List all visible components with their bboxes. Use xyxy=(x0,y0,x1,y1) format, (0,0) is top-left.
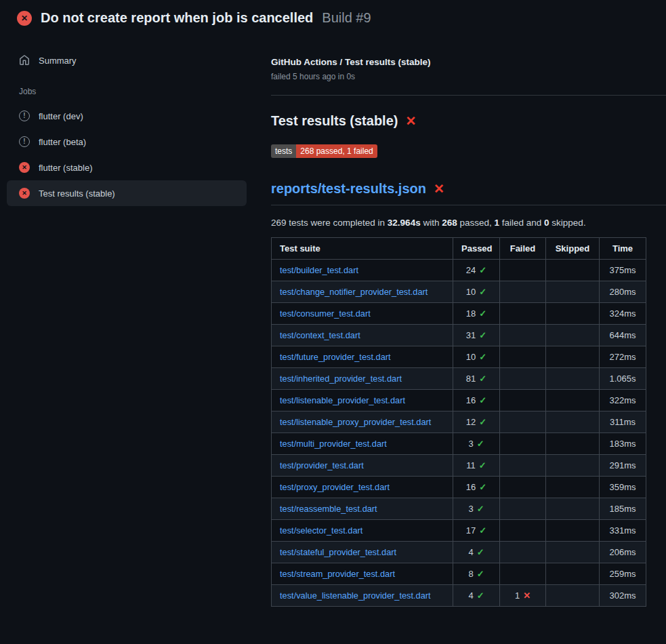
failed-cell xyxy=(500,303,546,325)
test-suite-link[interactable]: test/context_test.dart xyxy=(280,330,360,340)
check-icon: ✓ xyxy=(479,460,486,470)
failed-cell: 1✕ xyxy=(500,585,546,607)
main-panel: GitHub Actions / Test results (stable) f… xyxy=(257,34,666,607)
failed-x-icon: ✕ xyxy=(405,115,416,127)
suite-cell: test/change_notifier_provider_test.dart xyxy=(272,281,453,303)
failed-cell xyxy=(500,455,546,477)
home-icon xyxy=(19,55,30,66)
failed-cell xyxy=(500,260,546,281)
test-suite-link[interactable]: test/builder_test.dart xyxy=(280,265,358,275)
test-suite-link[interactable]: test/multi_provider_test.dart xyxy=(280,439,387,449)
suite-cell: test/stateful_provider_test.dart xyxy=(272,542,453,563)
summary-line: 269 tests were completed in 32.964s with… xyxy=(271,218,666,228)
test-suite-link[interactable]: test/future_provider_test.dart xyxy=(280,352,391,362)
test-suite-link[interactable]: test/selector_test.dart xyxy=(280,525,362,536)
check-icon: ✓ xyxy=(479,308,486,319)
report-title-link[interactable]: reports/test-results.json xyxy=(271,181,426,197)
table-row: test/listenable_provider_test.dart16✓322… xyxy=(272,390,646,411)
count: 3 xyxy=(468,504,473,514)
time-cell: 280ms xyxy=(600,281,646,303)
count: 24 xyxy=(466,265,476,275)
passed-cell: 11✓ xyxy=(453,455,500,477)
sidebar-item-label: flutter (stable) xyxy=(39,163,92,173)
section-title: Test results (stable) ✕ xyxy=(271,113,666,129)
badge-label: tests xyxy=(271,144,296,158)
table-body: test/builder_test.dart24✓375mstest/chang… xyxy=(272,260,646,607)
skipped-cell xyxy=(546,368,600,390)
skipped-cell xyxy=(546,411,600,433)
passed-cell: 3✓ xyxy=(453,498,500,520)
sidebar-summary-label: Summary xyxy=(39,56,77,66)
test-suite-link[interactable]: test/proxy_provider_test.dart xyxy=(280,482,390,492)
sidebar: Summary Jobs !flutter (dev)!flutter (bet… xyxy=(0,34,257,206)
divider xyxy=(271,95,666,96)
passed-cell: 16✓ xyxy=(453,477,500,498)
count: 4 xyxy=(468,547,473,557)
test-suite-link[interactable]: test/listenable_proxy_provider_test.dart xyxy=(280,417,431,427)
column-header-time: Time xyxy=(600,238,646,260)
suite-cell: test/stream_provider_test.dart xyxy=(272,563,453,585)
check-icon: ✓ xyxy=(479,287,486,297)
table-row: test/change_notifier_provider_test.dart1… xyxy=(272,281,646,303)
skipped-cell xyxy=(546,563,600,585)
passed-cell: 3✓ xyxy=(453,433,500,455)
test-suite-link[interactable]: test/reassemble_test.dart xyxy=(280,504,377,514)
run-status-line: failed 5 hours ago in 0s xyxy=(271,72,666,81)
report-heading: reports/test-results.json ✕ xyxy=(271,181,666,205)
column-header-test-suite: Test suite xyxy=(272,238,453,260)
test-suite-link[interactable]: test/consumer_test.dart xyxy=(280,308,371,319)
test-suite-link[interactable]: test/provider_test.dart xyxy=(280,460,364,470)
time-cell: 272ms xyxy=(600,346,646,368)
table-row: test/proxy_provider_test.dart16✓359ms xyxy=(272,477,646,498)
tests-badge: tests 268 passed, 1 failed xyxy=(271,144,377,158)
summary-segment: failed and xyxy=(499,218,544,228)
results-table: Test suitePassedFailedSkippedTime test/b… xyxy=(271,237,646,607)
passed-cell: 31✓ xyxy=(453,325,500,346)
time-cell: 311ms xyxy=(600,411,646,433)
check-icon: ✓ xyxy=(477,439,484,449)
build-number: Build #9 xyxy=(322,10,371,26)
check-icon: ✓ xyxy=(479,374,486,384)
sidebar-item-flutter-dev[interactable]: !flutter (dev) xyxy=(7,103,247,129)
time-cell: 185ms xyxy=(600,498,646,520)
failed-cell xyxy=(500,281,546,303)
passed-cell: 81✓ xyxy=(453,368,500,390)
time-cell: 359ms xyxy=(600,477,646,498)
build-title: Do not create report when job is cancell… xyxy=(41,10,313,26)
table-row: test/stream_provider_test.dart8✓259ms xyxy=(272,563,646,585)
check-icon: ✓ xyxy=(479,265,486,275)
skipped-cell xyxy=(546,346,600,368)
passed-cell: 24✓ xyxy=(453,260,500,281)
skipped-cell xyxy=(546,498,600,520)
table-row: test/context_test.dart31✓644ms xyxy=(272,325,646,346)
test-suite-link[interactable]: test/inherited_provider_test.dart xyxy=(280,374,402,384)
test-suite-link[interactable]: test/listenable_provider_test.dart xyxy=(280,395,405,405)
test-suite-link[interactable]: test/stateful_provider_test.dart xyxy=(280,547,396,557)
skipped-cell xyxy=(546,325,600,346)
test-suite-link[interactable]: test/stream_provider_test.dart xyxy=(280,569,395,579)
summary-segment: 32.964s xyxy=(388,218,421,228)
summary-segment: 268 xyxy=(442,218,457,228)
check-icon: ✓ xyxy=(477,504,484,514)
sidebar-item-summary[interactable]: Summary xyxy=(7,47,247,73)
failed-cell xyxy=(500,411,546,433)
time-cell: 302ms xyxy=(600,585,646,607)
table-row: test/reassemble_test.dart3✓185ms xyxy=(272,498,646,520)
check-icon: ✓ xyxy=(477,547,484,557)
column-header-failed: Failed xyxy=(500,238,546,260)
sidebar-item-label: flutter (dev) xyxy=(39,111,83,121)
check-icon: ✓ xyxy=(479,417,486,427)
table-row: test/selector_test.dart17✓331ms xyxy=(272,520,646,542)
suite-cell: test/future_provider_test.dart xyxy=(272,346,453,368)
test-suite-link[interactable]: test/value_listenable_provider_test.dart xyxy=(280,590,431,601)
time-cell: 324ms xyxy=(600,303,646,325)
jobs-section-label: Jobs xyxy=(7,73,247,103)
sidebar-item-flutter-stable[interactable]: ✕flutter (stable) xyxy=(7,155,247,180)
test-suite-link[interactable]: test/change_notifier_provider_test.dart xyxy=(280,287,428,297)
check-icon: ✓ xyxy=(479,525,486,536)
count: 3 xyxy=(468,439,473,449)
sidebar-item-flutter-beta[interactable]: !flutter (beta) xyxy=(7,129,247,155)
badge-value: 268 passed, 1 failed xyxy=(296,144,377,158)
skipped-cell xyxy=(546,585,600,607)
sidebar-item-test-results-stable[interactable]: ✕Test results (stable) xyxy=(7,180,247,206)
